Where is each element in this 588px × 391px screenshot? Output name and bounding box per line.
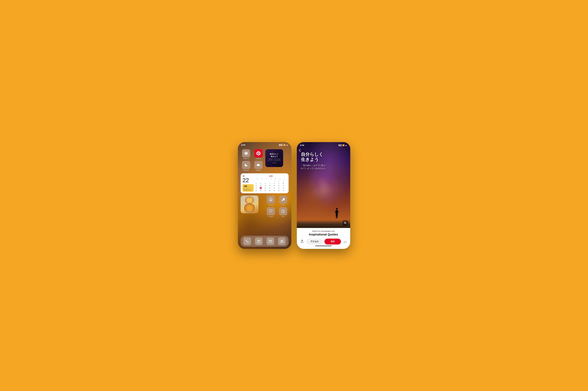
scene: 8:08 ▐▐▐ 📶 ▬ DMNDOS xyxy=(233,137,356,254)
signal-icon: ▐▐▐ xyxy=(279,144,282,146)
svg-point-10 xyxy=(282,200,283,201)
pinterest-panel: Read it on conceptspec.com Inspirational… xyxy=(297,228,350,249)
cal-event-loc: オンライン xyxy=(244,188,252,189)
lovefest-label: Lovefest xyxy=(268,216,273,217)
person-silhouette xyxy=(335,207,339,220)
status-time-left: 8:08 xyxy=(241,144,245,146)
dmndos-label: DMNDOS xyxy=(243,158,249,160)
app-pinterest-top[interactable]: Pinterest xyxy=(253,149,264,160)
app-sleepstar[interactable]: Sleepstar xyxy=(241,161,252,171)
signal-icon-right: ▐▐▐ xyxy=(338,144,342,146)
svg-point-11 xyxy=(284,199,285,200)
wifi-icon-right: 📶 xyxy=(343,144,345,146)
dock-mail[interactable] xyxy=(266,237,274,245)
battery-icon: ▬ xyxy=(286,144,288,146)
calendar-right: 10月 日 月 火 水 木 金 土 1 xyxy=(255,175,287,192)
cal-hdr-sat: 土 xyxy=(282,178,287,180)
status-icons-right: ▐▐▐ 📶 ▬ xyxy=(338,144,347,146)
wifi-icon: 📶 xyxy=(283,144,285,146)
cal-event-title: 会議 xyxy=(244,185,252,188)
home-indicator xyxy=(315,246,332,246)
soup-bowl-top xyxy=(245,196,254,204)
status-bar-left: 8:08 ▐▐▐ 📶 ▬ xyxy=(238,142,291,147)
cal-date: 22 xyxy=(242,178,253,183)
left-phone: 8:08 ▐▐▐ 📶 ▬ DMNDOS xyxy=(238,142,291,249)
quote-main: 自分らしく生きよう xyxy=(301,152,346,162)
quote-widget-text: 自分らしく生きよう 「他の誰か」はすでに取られてしまっているのだから xyxy=(268,153,281,162)
svg-rect-20 xyxy=(259,241,259,242)
quote-sub: 「他の誰か」はすでに取られてしまっているのだから xyxy=(301,164,346,170)
svg-line-8 xyxy=(269,199,271,201)
svg-point-28 xyxy=(344,242,344,242)
save-button[interactable]: 保存 xyxy=(325,239,341,245)
bottom-app-section: Peacenrd Music Lovefest xyxy=(238,195,291,218)
cal-today[interactable]: 19 xyxy=(260,187,262,189)
music-icon xyxy=(279,196,287,204)
sleepstar-icon xyxy=(242,161,250,169)
peacenrd-icon xyxy=(267,196,275,204)
svg-point-27 xyxy=(345,222,346,223)
ground xyxy=(297,220,350,228)
calendar-widget[interactable]: 木 22 会議 オンライン 10:00-11:30 10月 日 月 火 水 xyxy=(241,173,289,193)
share-button[interactable] xyxy=(300,238,305,245)
weather-icon xyxy=(254,161,262,169)
panel-actions: アクセス 保存 xyxy=(300,238,348,245)
right-phone: 8:08 ▐▐▐ 📶 ▬ xyxy=(297,142,350,249)
pinterest-image-area: 自分らしく生きよう 「他の誰か」はすでに取られてしまっているのだから xyxy=(297,142,350,228)
svg-rect-19 xyxy=(258,241,258,242)
cal-hdr-mon: 月 xyxy=(260,178,264,180)
svg-point-30 xyxy=(346,242,346,242)
quote-sub-text: 「他の誰か」はすでに取られてしまっているのだから xyxy=(268,158,281,161)
search-lens-button[interactable] xyxy=(343,220,348,226)
dock-camera[interactable] xyxy=(278,237,286,245)
pinterest-detail-screen: 自分らしく生きよう 「他の誰か」はすでに取られてしまっているのだから Read … xyxy=(297,142,350,249)
panel-title: Inspirational Quotes xyxy=(300,233,348,236)
back-button[interactable] xyxy=(299,149,301,153)
cal-hdr-thu: 木 xyxy=(273,178,278,180)
app-clock[interactable]: Clock xyxy=(278,207,289,217)
calendar-left: 木 22 会議 オンライン 10:00-11:30 xyxy=(242,175,253,192)
source-site: conceptspec.com xyxy=(321,230,335,232)
svg-point-29 xyxy=(345,242,345,242)
app-music[interactable]: Music xyxy=(278,196,289,206)
svg-line-9 xyxy=(271,199,272,201)
app-grid-row1: DMNDOS Pinterest 自分らしく生きよう 「他の誰か」はすでに取られ… xyxy=(238,147,291,172)
quote-main-text: 自分らしく生きよう xyxy=(268,153,281,158)
pinterest-icon-top xyxy=(254,149,262,157)
weather-label: Weather xyxy=(256,170,261,171)
dock xyxy=(241,236,289,247)
dock-calendar[interactable] xyxy=(255,237,262,245)
app-peacenrd[interactable]: Peacenrd xyxy=(265,196,276,206)
quote-overlay: 自分らしく生きよう 「他の誰か」はすでに取られてしまっているのだから xyxy=(301,152,346,170)
access-button[interactable]: アクセス xyxy=(306,239,323,245)
cal-hdr-sun: 日 xyxy=(255,178,259,180)
svg-marker-1 xyxy=(245,152,247,154)
peacenrd-label: Peacenrd xyxy=(268,204,274,206)
cal-hdr-tue: 火 xyxy=(264,178,269,180)
cal-month: 10月 xyxy=(255,175,287,178)
photo-widget-label: Pinterest xyxy=(241,210,258,212)
cal-event[interactable]: 会議 オンライン 10:00-11:30 xyxy=(242,184,253,192)
source-prefix: Read it on xyxy=(312,230,321,232)
battery-icon-right: ▬ xyxy=(345,144,347,146)
quote-widget-label: Pinterest xyxy=(272,162,276,164)
app-weather[interactable]: Weather xyxy=(253,161,264,171)
pinterest-label-top: Pinterest xyxy=(256,158,261,160)
status-icons-left: ▐▐▐ 📶 ▬ xyxy=(279,144,288,146)
quote-widget[interactable]: 自分らしく生きよう 「他の誰か」はすでに取られてしまっているのだから Pinte… xyxy=(265,149,283,167)
app-lovefest[interactable]: Lovefest xyxy=(265,207,276,217)
sleepstar-label: Sleepstar xyxy=(243,170,249,171)
status-bar-right: 8:08 ▐▐▐ 📶 ▬ xyxy=(297,142,350,147)
app-dmndos[interactable]: DMNDOS xyxy=(241,149,252,160)
home-content: DMNDOS Pinterest 自分らしく生きよう 「他の誰か」はすでに取られ… xyxy=(238,142,291,249)
source-text: Read it on conceptspec.com xyxy=(300,230,348,232)
more-button[interactable] xyxy=(343,239,348,244)
cal-event-time: 10:00-11:30 xyxy=(244,189,252,191)
status-time-right: 8:08 xyxy=(300,144,304,146)
dmndos-icon xyxy=(242,149,250,157)
svg-point-24 xyxy=(336,208,338,209)
clock-label: Clock xyxy=(281,216,285,217)
svg-rect-5 xyxy=(257,165,260,166)
dock-phone[interactable] xyxy=(243,237,251,245)
cal-grid: 日 月 火 水 木 金 土 1 2 3 xyxy=(255,178,287,192)
